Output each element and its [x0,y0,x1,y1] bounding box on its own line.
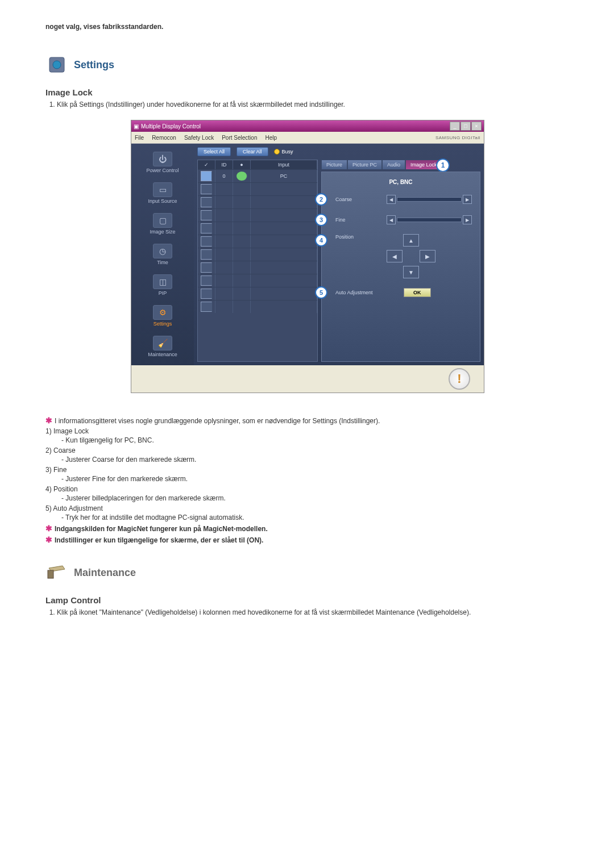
row-checkbox[interactable] [201,289,212,299]
ok-button[interactable]: OK [404,288,431,297]
fine-row: 3 Fine ◀ ▶ [330,214,472,226]
sidebar-item-pip[interactable]: ◫ PIP [134,271,192,299]
grid-row-empty [198,235,317,248]
coarse-label: Coarse [335,197,381,202]
row-checkbox[interactable] [201,302,212,312]
settings-step-1: Klik på Settings (Indstillinger) under h… [57,101,569,108]
app-icon: ▣ [134,123,139,130]
row-checkbox[interactable] [201,184,212,194]
fine-decrease[interactable]: ◀ [387,215,396,224]
note-2-text: Indstillinger er kun tilgængelige for sk… [55,536,263,544]
sidebar-label-time: Time [134,260,192,265]
grid-row-empty [198,182,317,195]
top-note: noget valg, vises fabriksstandarden. [45,23,569,31]
desc-title: Image Lock [53,427,89,435]
menu-help[interactable]: Help [265,135,277,141]
app-window: ▣ Multiple Display Control _ □ × File Re… [131,120,484,393]
sidebar-label-pip: PIP [134,290,192,296]
row-checkbox[interactable] [201,236,212,247]
star-icon: ✱ [45,524,52,533]
menu-safetylock[interactable]: Safety Lock [184,135,214,141]
position-down[interactable]: ▼ [403,266,419,278]
fine-increase[interactable]: ▶ [463,215,472,224]
panel-title: PC, BNC [330,179,472,185]
row-checkbox[interactable] [201,276,212,286]
desc-item-4: 4) Position - Justerer billedplaceringen… [45,485,569,502]
note-1: ✱Indgangskilden for MagicNet fungerer ku… [45,524,569,533]
maintenance-header: Maintenance [45,561,569,584]
position-right[interactable]: ▶ [420,250,435,262]
position-left[interactable]: ◀ [387,250,403,262]
app-screenshot: ▣ Multiple Display Control _ □ × File Re… [131,120,483,393]
maintenance-steps: Klik på ikonet "Maintenance" (Vedligehol… [45,608,569,616]
settings-panel: PC, BNC 2 Coarse ◀ ▶ [321,172,480,362]
badge-1: 1 [436,158,450,172]
coarse-track[interactable] [397,197,462,202]
position-row: 4 Position ▲ ◀ ▶ ▼ [330,234,472,278]
desc-num: 3) [45,466,52,474]
row-checkbox[interactable] [201,249,212,260]
coarse-slider[interactable]: ◀ ▶ [387,195,472,204]
desc-title: Coarse [53,446,76,454]
app-title: Multiple Display Control [141,123,201,130]
svg-rect-3 [48,570,53,578]
sidebar-label-power: Power Control [134,168,192,173]
auto-label: Auto Adjustment [335,290,398,295]
sidebar-item-input-source[interactable]: ▭ Input Source [134,179,192,207]
grid-row-empty [198,195,317,208]
sidebar-item-settings[interactable]: ⚙ Settings [134,302,192,330]
menu-remocon[interactable]: Remocon [152,135,176,141]
row-checkbox[interactable] [201,197,212,207]
settings-section-icon [45,53,68,76]
menu-file[interactable]: File [135,135,144,141]
menu-portselection[interactable]: Port Selection [222,135,257,141]
input-source-icon: ▭ [153,182,172,197]
sidebar-item-time[interactable]: ◷ Time [134,240,192,269]
tab-picture-pc[interactable]: Picture PC [347,160,382,169]
maintenance-section-icon [45,561,68,584]
image-lock-heading: Image Lock [45,87,569,97]
desc-sub: - Justerer Coarse for den markerede skær… [61,456,569,464]
badge-5: 5 [315,286,327,299]
status-bar: ! [131,365,484,393]
grid-header-id: ID [215,160,233,169]
star-icon: ✱ [45,535,52,544]
grid-row[interactable]: 0 PC [198,169,317,182]
desc-title: Position [53,485,78,493]
titlebar: ▣ Multiple Display Control _ □ × [131,120,484,132]
note-2: ✱Indstillinger er kun tilgængelige for s… [45,535,569,544]
sidebar-item-maintenance[interactable]: 🧹 Maintenance [134,332,192,361]
sidebar-label-settings: Settings [134,321,192,327]
maintenance-step-1: Klik på ikonet "Maintenance" (Vedligehol… [57,608,569,616]
tab-picture[interactable]: Picture [321,160,347,169]
lamp-control-heading: Lamp Control [45,595,569,605]
close-button[interactable]: × [471,122,482,131]
row-checkbox[interactable] [201,171,212,181]
row-status-icon [237,172,247,181]
menubar: File Remocon Safety Lock Port Selection … [131,132,484,144]
settings-header: Settings [45,53,569,76]
row-input: PC [251,170,317,182]
row-checkbox[interactable] [201,262,212,273]
row-checkbox[interactable] [201,223,212,233]
desc-item-3: 3) Fine - Justerer Fine for den markered… [45,466,569,483]
settings-title: Settings [74,59,114,71]
row-checkbox[interactable] [201,210,212,220]
desc-item-5: 5) Auto Adjustment - Tryk her for at ind… [45,504,569,521]
sidebar-item-power-control[interactable]: ⏻ Power Control [134,148,192,177]
fine-track[interactable] [397,218,462,222]
coarse-decrease[interactable]: ◀ [387,195,396,204]
maximize-button[interactable]: □ [460,122,471,131]
position-label: Position [335,234,381,240]
fine-slider[interactable]: ◀ ▶ [387,215,472,224]
tab-audio[interactable]: Audio [382,160,405,169]
clear-all-button[interactable]: Clear All [237,147,268,156]
coarse-row: 2 Coarse ◀ ▶ [330,193,472,206]
grid-row-empty [198,274,317,287]
select-all-button[interactable]: Select All [197,147,231,156]
minimize-button[interactable]: _ [450,122,460,131]
coarse-increase[interactable]: ▶ [463,195,472,204]
position-up[interactable]: ▲ [403,234,419,247]
maintenance-icon: 🧹 [153,336,172,350]
sidebar-item-image-size[interactable]: ▢ Image Size [134,210,192,238]
